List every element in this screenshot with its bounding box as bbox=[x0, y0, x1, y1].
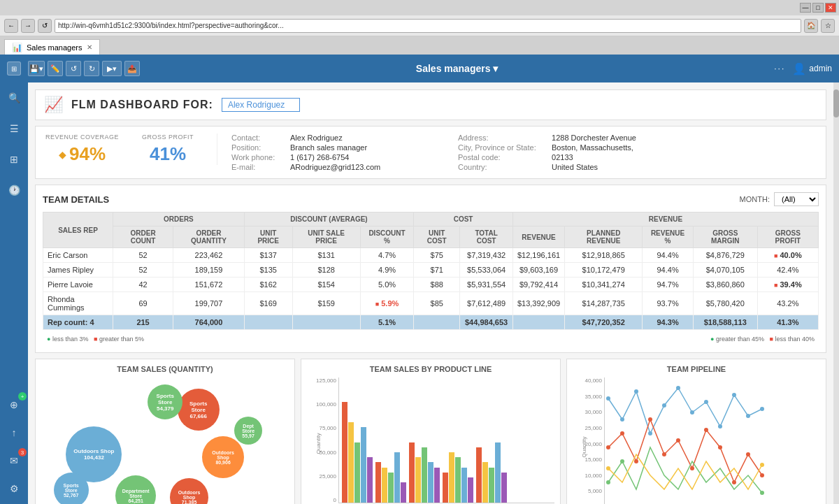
cell-unit-price: $162 bbox=[244, 278, 292, 292]
bar-out-2 bbox=[449, 452, 454, 503]
user-menu[interactable]: 👤 admin bbox=[792, 62, 832, 75]
line-y-15k: 15,000 bbox=[573, 456, 602, 463]
col-unit-cost: Unit cost bbox=[414, 226, 460, 248]
col-gross-margin: Gross margin bbox=[693, 226, 757, 248]
bar-mnt-4 bbox=[428, 462, 433, 503]
footer-unit-price bbox=[244, 315, 292, 330]
dot-yellow-1 bbox=[606, 466, 610, 470]
sidebar-menu-icon[interactable]: ☰ bbox=[4, 119, 24, 138]
country-value: United States bbox=[552, 163, 691, 171]
maximize-button[interactable]: □ bbox=[812, 3, 824, 13]
sidebar: 🔍 ☰ ⊞ 🕐 ⊕ + ↑ ✉ 3 ⚙ bbox=[0, 82, 28, 504]
line-red bbox=[608, 419, 762, 482]
country-label: Country: bbox=[458, 163, 549, 171]
month-select[interactable]: (All) bbox=[774, 192, 819, 206]
sidebar-add-badge[interactable]: ⊕ + bbox=[4, 395, 24, 415]
green-dot-right-icon: ● bbox=[710, 336, 714, 343]
tab-icon: 📊 bbox=[12, 43, 22, 52]
edit-button[interactable]: ✏️ bbox=[48, 61, 63, 76]
sidebar-upload-icon[interactable]: ↑ bbox=[4, 423, 24, 442]
more-options-button[interactable]: ··· bbox=[774, 64, 785, 73]
app-wrapper: ⊞ 💾▾ ✏️ ↺ ↻ ▶▾ 📤 Sales managers ▾ ··· 👤 … bbox=[0, 55, 839, 504]
col-unit-sale: Unit sale price bbox=[292, 226, 360, 248]
export-button[interactable]: 📤 bbox=[124, 61, 140, 76]
col-sales-rep: SALES REP bbox=[43, 213, 113, 248]
contact-block: Contact: Alex Rodriguez Position: Branch… bbox=[231, 134, 430, 171]
bubble-dept-store-2: DeptStore55,97 bbox=[234, 417, 262, 445]
dot-red-8 bbox=[704, 428, 708, 432]
col-discount-pct: Discount % bbox=[360, 226, 414, 248]
cell-name: Rhonda Cummings bbox=[43, 292, 113, 315]
cell-unit-sale: $159 bbox=[292, 292, 360, 315]
position-label: Position: bbox=[231, 143, 287, 152]
minimize-button[interactable]: — bbox=[800, 3, 811, 13]
cell-gross-profit: 43.2% bbox=[757, 292, 818, 315]
legend-left: ● less than 3% ■ greater than 5% bbox=[43, 333, 148, 345]
red-square-icon: ■ bbox=[94, 336, 97, 343]
dot-blue-3 bbox=[634, 389, 638, 394]
dot-blue-5 bbox=[662, 403, 666, 408]
cell-discount: 4.7% bbox=[360, 248, 414, 263]
bar-chart-wrapper: 125,000 100,000 75,000 50,000 25,000 0 bbox=[307, 377, 554, 504]
bubble-chart-area: Outdoors Shop104,432 SportsStore67,666 S… bbox=[41, 377, 289, 504]
metrics-block: REVENUE COVERAGE ◆ 94% GROSS PROFIT 41% bbox=[45, 134, 217, 165]
close-button[interactable]: ✕ bbox=[825, 3, 836, 13]
dot-blue-8 bbox=[704, 400, 708, 404]
sidebar-notification-badge[interactable]: ✉ 3 bbox=[4, 451, 24, 470]
active-tab[interactable]: 📊 Sales managers ✕ bbox=[4, 39, 100, 55]
bar-per-4 bbox=[495, 442, 501, 503]
sidebar-clock-icon[interactable]: 🕐 bbox=[4, 180, 24, 200]
cell-gross-profit: ■ 40.0% bbox=[757, 248, 818, 263]
titlebar-buttons[interactable]: — □ ✕ bbox=[800, 3, 836, 13]
cell-name: Eric Carson bbox=[43, 248, 113, 263]
dot-red-5 bbox=[662, 452, 666, 456]
bubble-outdoors-shop-2: OutdoorsShop80,906 bbox=[202, 436, 244, 478]
line-blue-dots bbox=[608, 388, 762, 433]
cell-discount: 4.9% bbox=[360, 263, 414, 278]
username-label: admin bbox=[809, 64, 832, 73]
sidebar-grid-icon[interactable]: ⊞ bbox=[4, 150, 24, 169]
sidebar-search-icon[interactable]: 🔍 bbox=[4, 88, 24, 108]
person-selector-wrapper[interactable]: Alex Rodriguez bbox=[222, 98, 300, 112]
bar-mnt-5 bbox=[434, 468, 440, 503]
table-row: James Ripley 52 189,159 $135 $128 4.9% $… bbox=[43, 263, 819, 278]
charts-section: TEAM SALES (Quantity) Outdoors Shop104,4… bbox=[35, 359, 826, 504]
cell-planned-rev: $10,341,274 bbox=[565, 278, 643, 292]
save-button[interactable]: 💾▾ bbox=[28, 61, 45, 76]
footer-discount: 5.1% bbox=[360, 315, 414, 330]
sidebar-settings-icon[interactable]: ⚙ bbox=[4, 479, 24, 498]
refresh-button[interactable]: ↺ bbox=[38, 19, 52, 33]
footer-unit-cost bbox=[414, 315, 460, 330]
back-button[interactable]: ← bbox=[4, 19, 18, 33]
contact-value: Alex Rodriguez bbox=[290, 134, 430, 142]
forward-button[interactable]: → bbox=[21, 19, 35, 33]
col-planned-rev: Planned revenue bbox=[565, 226, 643, 248]
table-row: Eric Carson 52 223,462 $137 $131 4.7% $7… bbox=[43, 248, 819, 263]
address-label: Address: bbox=[458, 134, 549, 142]
bar-group-outdoor bbox=[443, 452, 473, 503]
redo-button[interactable]: ↻ bbox=[84, 61, 99, 76]
scrollbar[interactable] bbox=[833, 82, 839, 504]
bar-mnt-3 bbox=[422, 447, 427, 503]
play-button[interactable]: ▶▾ bbox=[102, 61, 122, 76]
undo-button[interactable]: ↺ bbox=[66, 61, 81, 76]
star-button[interactable]: ☆ bbox=[821, 19, 835, 33]
dropdown-chevron-icon[interactable]: ▾ bbox=[493, 63, 498, 74]
col-order-qty: Order quantity bbox=[173, 226, 245, 248]
person-select[interactable]: Alex Rodriguez bbox=[222, 98, 300, 112]
app-home-button[interactable]: ⊞ bbox=[7, 62, 21, 75]
scroll-thumb[interactable] bbox=[833, 89, 839, 117]
bar-per-2 bbox=[482, 462, 488, 503]
bubble-chart-title: TEAM SALES (Quantity) bbox=[41, 365, 289, 373]
footer-total-cost: $44,984,653 bbox=[460, 315, 513, 330]
footer-rev-pct: 94.3% bbox=[643, 315, 694, 330]
line-y-25k: 25,000 bbox=[573, 425, 602, 431]
tab-close-button[interactable]: ✕ bbox=[87, 43, 92, 51]
email-label: E-mail: bbox=[231, 163, 287, 171]
bar-golf-5 bbox=[401, 482, 406, 503]
cell-unit-price: $137 bbox=[244, 248, 292, 263]
dot-green-last bbox=[760, 491, 764, 495]
bubble-dept-store: DepartmentStore64,251 bbox=[115, 475, 156, 504]
home-button[interactable]: 🏠 bbox=[804, 19, 818, 33]
address-bar[interactable]: http://win-q6vmh1d51c2:9300/bi/index.htm… bbox=[55, 19, 801, 33]
